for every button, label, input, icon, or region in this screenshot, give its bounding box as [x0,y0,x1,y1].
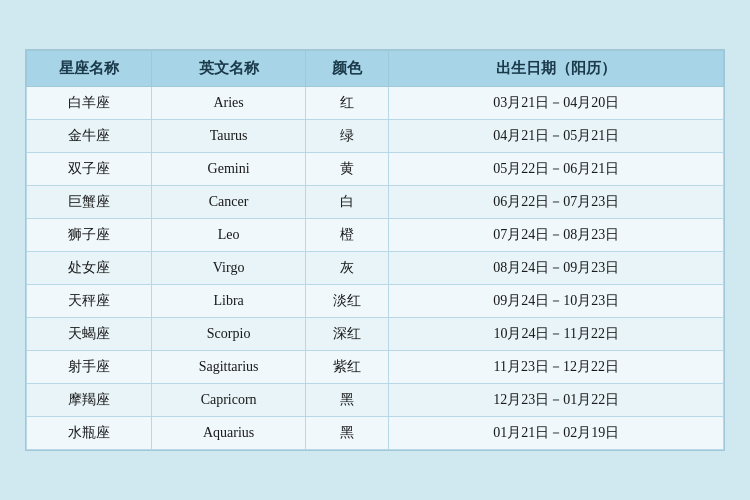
cell-chinese: 白羊座 [27,87,152,120]
header-date: 出生日期（阳历） [389,51,724,87]
cell-english: Aries [152,87,305,120]
table-header-row: 星座名称 英文名称 颜色 出生日期（阳历） [27,51,724,87]
cell-date: 03月21日－04月20日 [389,87,724,120]
cell-english: Taurus [152,120,305,153]
table-row: 双子座Gemini黄05月22日－06月21日 [27,153,724,186]
cell-date: 10月24日－11月22日 [389,318,724,351]
cell-english: Aquarius [152,417,305,450]
cell-chinese: 巨蟹座 [27,186,152,219]
cell-color: 紫红 [305,351,389,384]
cell-english: Sagittarius [152,351,305,384]
cell-chinese: 水瓶座 [27,417,152,450]
cell-chinese: 摩羯座 [27,384,152,417]
cell-english: Capricorn [152,384,305,417]
cell-color: 深红 [305,318,389,351]
cell-date: 08月24日－09月23日 [389,252,724,285]
cell-date: 09月24日－10月23日 [389,285,724,318]
cell-english: Cancer [152,186,305,219]
table-row: 天蝎座Scorpio深红10月24日－11月22日 [27,318,724,351]
zodiac-table-container: 星座名称 英文名称 颜色 出生日期（阳历） 白羊座Aries红03月21日－04… [25,49,725,451]
cell-color: 灰 [305,252,389,285]
cell-chinese: 金牛座 [27,120,152,153]
cell-color: 淡红 [305,285,389,318]
cell-chinese: 双子座 [27,153,152,186]
cell-chinese: 处女座 [27,252,152,285]
cell-chinese: 狮子座 [27,219,152,252]
cell-color: 白 [305,186,389,219]
cell-english: Scorpio [152,318,305,351]
table-row: 白羊座Aries红03月21日－04月20日 [27,87,724,120]
zodiac-table: 星座名称 英文名称 颜色 出生日期（阳历） 白羊座Aries红03月21日－04… [26,50,724,450]
table-row: 摩羯座Capricorn黑12月23日－01月22日 [27,384,724,417]
cell-date: 01月21日－02月19日 [389,417,724,450]
cell-date: 04月21日－05月21日 [389,120,724,153]
table-row: 狮子座Leo橙07月24日－08月23日 [27,219,724,252]
cell-chinese: 天秤座 [27,285,152,318]
table-row: 天秤座Libra淡红09月24日－10月23日 [27,285,724,318]
table-row: 巨蟹座Cancer白06月22日－07月23日 [27,186,724,219]
cell-color: 黄 [305,153,389,186]
header-english: 英文名称 [152,51,305,87]
table-row: 处女座Virgo灰08月24日－09月23日 [27,252,724,285]
cell-date: 06月22日－07月23日 [389,186,724,219]
cell-english: Gemini [152,153,305,186]
cell-date: 12月23日－01月22日 [389,384,724,417]
cell-color: 红 [305,87,389,120]
header-chinese: 星座名称 [27,51,152,87]
cell-date: 05月22日－06月21日 [389,153,724,186]
table-row: 金牛座Taurus绿04月21日－05月21日 [27,120,724,153]
table-row: 水瓶座Aquarius黑01月21日－02月19日 [27,417,724,450]
cell-date: 07月24日－08月23日 [389,219,724,252]
cell-color: 黑 [305,417,389,450]
cell-english: Leo [152,219,305,252]
cell-color: 黑 [305,384,389,417]
header-color: 颜色 [305,51,389,87]
cell-color: 绿 [305,120,389,153]
cell-date: 11月23日－12月22日 [389,351,724,384]
cell-english: Libra [152,285,305,318]
table-row: 射手座Sagittarius紫红11月23日－12月22日 [27,351,724,384]
cell-chinese: 天蝎座 [27,318,152,351]
cell-chinese: 射手座 [27,351,152,384]
cell-color: 橙 [305,219,389,252]
cell-english: Virgo [152,252,305,285]
